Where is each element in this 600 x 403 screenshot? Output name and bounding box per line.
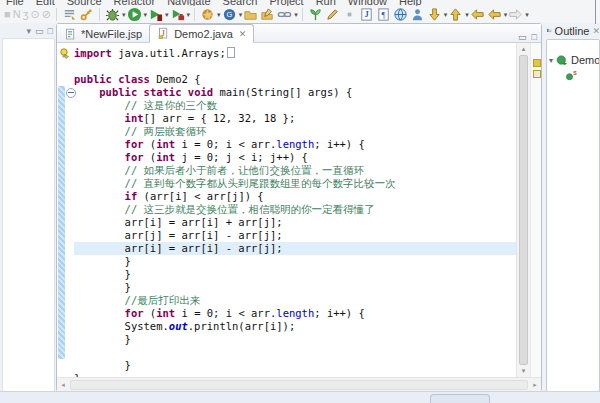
run-icon[interactable] xyxy=(126,7,143,23)
outline-close-icon[interactable]: ✕ xyxy=(592,26,600,36)
open-folder-icon[interactable] xyxy=(242,7,259,23)
show-selected-element-icon[interactable] xyxy=(61,7,78,23)
code-line[interactable]: // 这三步就是交换位置，相信聪明的你一定看得懂了 xyxy=(74,203,516,216)
tree-expander-icon[interactable]: ▾ xyxy=(549,56,553,65)
toggle-mark-icon[interactable] xyxy=(341,7,358,23)
code-line[interactable]: System.out.println(arr[i]); xyxy=(74,320,516,333)
overview-warning-marker[interactable] xyxy=(533,70,541,78)
workbench-area: ▾ ▭ □ *NewFile.jspJDemo2.java✕ ▭ □ impor… xyxy=(0,23,600,392)
code-line[interactable]: if (arr[i] < arr[j]) { xyxy=(74,190,516,203)
undo-icon: ⊙ xyxy=(30,7,41,23)
outline-tree: ▾Demo2S xyxy=(546,39,600,392)
minimize-icon[interactable]: ▭ xyxy=(518,32,527,42)
tab-demo2-java[interactable]: JDemo2.java✕ xyxy=(149,24,254,43)
code-line[interactable]: } xyxy=(74,255,516,268)
tab-newfile-jsp[interactable]: *NewFile.jsp xyxy=(57,26,149,42)
code-line-current[interactable]: arr[i] = arr[i] - arr[j]; xyxy=(74,242,516,255)
code-line[interactable]: for (int j = 0; j < i; j++) { xyxy=(74,151,516,164)
open-task-icon[interactable] xyxy=(78,7,95,23)
coverage-icon[interactable] xyxy=(147,7,164,23)
toolbar-separator xyxy=(302,8,303,21)
code-line[interactable]: } xyxy=(74,333,516,346)
code-line[interactable] xyxy=(74,60,516,73)
menu-window[interactable]: Window xyxy=(348,0,387,6)
menu-edit[interactable]: Edit xyxy=(36,0,55,6)
menu-file[interactable]: File xyxy=(6,0,24,6)
java-file-icon: J xyxy=(157,27,170,40)
outline-item-class-demo2[interactable]: ▾Demo2 xyxy=(547,52,599,68)
overview-warning-marker[interactable] xyxy=(533,59,541,67)
code-line[interactable]: // 如果后者小于前者，让他们交换位置，一直循环 xyxy=(74,164,516,177)
external-tools-icon[interactable] xyxy=(169,7,186,23)
menu-source[interactable]: Source xyxy=(67,0,102,6)
menu-search[interactable]: Search xyxy=(223,0,258,6)
scroll-right-icon[interactable]: ▸ xyxy=(529,381,541,389)
view-menu-icon[interactable]: ▾ xyxy=(27,26,32,36)
user-icon[interactable] xyxy=(409,7,426,23)
menu-help[interactable]: Help xyxy=(399,0,422,6)
edit-folder-icon[interactable] xyxy=(259,7,276,23)
minimize-icon[interactable]: ▭ xyxy=(35,26,44,36)
toolbar-separator xyxy=(99,8,100,21)
link-with-editor-icon[interactable] xyxy=(276,7,293,23)
code-line[interactable]: } xyxy=(74,268,516,281)
web-service-icon[interactable]: G xyxy=(221,7,238,23)
bottom-panel-edge xyxy=(0,391,600,403)
tab-close-icon[interactable]: ✕ xyxy=(239,29,247,39)
maximize-icon[interactable]: □ xyxy=(532,32,537,42)
code-line[interactable]: arr[i] = arr[i] + arr[j]; xyxy=(74,216,516,229)
forward-dropdown-icon[interactable]: ▾ xyxy=(525,11,529,19)
tab-label: Demo2.java xyxy=(174,28,233,40)
new-wizard-icon[interactable] xyxy=(199,7,216,23)
code-line[interactable]: //最后打印出来 xyxy=(74,294,516,307)
next-annotation-icon[interactable] xyxy=(426,7,443,23)
new-java-project-icon[interactable] xyxy=(307,7,324,23)
code-editor[interactable]: import java.util.Arrays;public class Dem… xyxy=(74,43,516,377)
scroll-down-icon[interactable]: ▾ xyxy=(517,365,530,377)
jsp-file-icon xyxy=(64,28,77,41)
horizontal-scrollbar[interactable]: ◂ ▸ xyxy=(57,377,541,391)
scroll-left-icon[interactable]: ◂ xyxy=(57,381,69,389)
code-line[interactable]: for (int i = 0; i < arr.length; i++) { xyxy=(74,307,516,320)
back-icon[interactable] xyxy=(486,7,503,23)
debug-icon[interactable] xyxy=(104,7,121,23)
pencil-icon[interactable] xyxy=(324,7,341,23)
previous-annotation-icon[interactable] xyxy=(447,7,464,23)
menu-navigate[interactable]: Navigate xyxy=(167,0,210,6)
code-line[interactable]: public static void main(String[] args) { xyxy=(74,86,516,99)
left-panel-content[interactable] xyxy=(2,38,55,392)
code-line[interactable]: } xyxy=(74,281,516,294)
menu-refactor[interactable]: Refactor xyxy=(114,0,156,6)
code-line[interactable]: arr[j] = arr[i] - arr[j]; xyxy=(74,229,516,242)
last-edit-location-icon[interactable] xyxy=(469,7,486,23)
outline-header[interactable]: Outline ✕ xyxy=(546,23,600,39)
code-line[interactable]: public class Demo2 { xyxy=(74,73,516,86)
code-line[interactable]: import java.util.Arrays; xyxy=(74,47,516,60)
overview-ruler[interactable] xyxy=(530,43,541,377)
link-with-editor-dropdown-icon[interactable]: ▾ xyxy=(294,11,298,19)
vertical-scrollbar-thumb[interactable] xyxy=(519,55,528,365)
code-line[interactable]: } xyxy=(74,372,516,377)
horizontal-scrollbar-thumb[interactable] xyxy=(70,380,528,390)
menu-project[interactable]: Project xyxy=(269,0,303,6)
external-tools-dropdown-icon[interactable]: ▾ xyxy=(187,11,191,19)
minimized-bottom-view-tab[interactable] xyxy=(430,394,490,403)
vertical-scrollbar[interactable]: ▴ ▾ xyxy=(516,43,530,377)
show-whitespace-icon[interactable]: ¶ xyxy=(375,7,392,23)
code-line[interactable]: // 这是你的三个数 xyxy=(74,99,516,112)
editor-left-ruler[interactable] xyxy=(57,43,74,377)
code-line[interactable]: // 两层嵌套循环 xyxy=(74,125,516,138)
code-line[interactable]: } xyxy=(74,359,516,372)
code-line[interactable]: int[] arr = { 12, 32, 18 }; xyxy=(74,112,516,125)
web-browser-icon[interactable] xyxy=(392,7,409,23)
code-line[interactable]: // 直到每个数字都从头到尾跟数组里的每个数字比较一次 xyxy=(74,177,516,190)
warning-lightbulb-icon[interactable] xyxy=(59,48,69,59)
code-line[interactable] xyxy=(74,346,516,359)
maximize-icon[interactable]: □ xyxy=(48,26,53,36)
javadoc-icon[interactable]: J xyxy=(358,7,375,23)
scroll-up-icon[interactable]: ▴ xyxy=(517,43,530,55)
editor-window-buttons: ▭ □ xyxy=(518,32,541,42)
outline-item-method-main[interactable]: S xyxy=(547,68,599,84)
menu-run[interactable]: Run xyxy=(316,0,336,6)
code-line[interactable]: for (int i = 0; i < arr.length; i++) { xyxy=(74,138,516,151)
